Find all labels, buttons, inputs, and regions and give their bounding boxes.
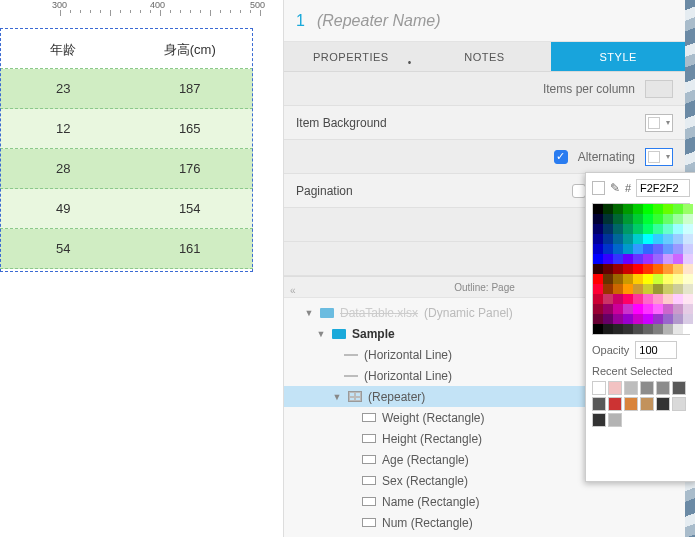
palette-swatch[interactable] <box>683 234 693 244</box>
chevron-down-icon[interactable]: ▼ <box>304 308 314 318</box>
recent-swatch[interactable] <box>656 397 670 411</box>
palette-swatch[interactable] <box>593 254 603 264</box>
palette-swatch[interactable] <box>613 264 623 274</box>
palette-swatch[interactable] <box>673 274 683 284</box>
palette-swatch[interactable] <box>633 304 643 314</box>
widget-name-field[interactable]: (Repeater Name) <box>317 12 441 30</box>
palette-swatch[interactable] <box>663 254 673 264</box>
palette-swatch[interactable] <box>623 324 633 334</box>
palette-swatch[interactable] <box>663 304 673 314</box>
canvas[interactable]: 300 400 500 年龄 身高(cm) 23 187 12 165 28 1… <box>0 0 275 537</box>
palette-swatch[interactable] <box>613 284 623 294</box>
palette-swatch[interactable] <box>643 254 653 264</box>
palette-swatch[interactable] <box>653 274 663 284</box>
palette-swatch[interactable] <box>633 244 643 254</box>
recent-swatch[interactable] <box>624 381 638 395</box>
palette-swatch[interactable] <box>643 264 653 274</box>
palette-swatch[interactable] <box>673 324 683 334</box>
tab-style[interactable]: STYLE <box>551 42 685 71</box>
palette-swatch[interactable] <box>673 214 683 224</box>
palette-swatch[interactable] <box>613 274 623 284</box>
palette-swatch[interactable] <box>653 234 663 244</box>
palette-swatch[interactable] <box>653 294 663 304</box>
palette-swatch[interactable] <box>663 264 673 274</box>
recent-swatch[interactable] <box>672 381 686 395</box>
multiple-pages-checkbox[interactable] <box>572 184 586 198</box>
palette-swatch[interactable] <box>593 284 603 294</box>
recent-swatch[interactable] <box>592 397 606 411</box>
palette-swatch[interactable] <box>613 314 623 324</box>
opacity-input[interactable] <box>635 341 677 359</box>
palette-swatch[interactable] <box>653 284 663 294</box>
palette-swatch[interactable] <box>643 244 653 254</box>
palette-swatch[interactable] <box>593 294 603 304</box>
palette-swatch[interactable] <box>663 274 673 284</box>
palette-swatch[interactable] <box>613 204 623 214</box>
eyedropper-icon[interactable]: ✎ <box>610 181 620 195</box>
recent-swatch[interactable] <box>608 413 622 427</box>
palette-swatch[interactable] <box>673 204 683 214</box>
palette-swatch[interactable] <box>603 324 613 334</box>
palette-swatch[interactable] <box>603 314 613 324</box>
palette-swatch[interactable] <box>623 274 633 284</box>
palette-swatch[interactable] <box>613 234 623 244</box>
recent-swatch[interactable] <box>624 397 638 411</box>
color-picker-popover[interactable]: ✎ # Opacity Recent Selected <box>585 172 695 482</box>
palette-swatch[interactable] <box>613 324 623 334</box>
palette-swatch[interactable] <box>683 244 693 254</box>
palette-swatch[interactable] <box>593 224 603 234</box>
palette-swatch[interactable] <box>603 294 613 304</box>
palette-swatch[interactable] <box>683 314 693 324</box>
palette-swatch[interactable] <box>593 274 603 284</box>
current-color-swatch[interactable] <box>592 181 605 195</box>
palette-swatch[interactable] <box>663 214 673 224</box>
items-per-column-input[interactable] <box>645 80 673 98</box>
chevron-down-icon[interactable]: ▼ <box>316 329 326 339</box>
palette-swatch[interactable] <box>643 304 653 314</box>
tab-notes[interactable]: NOTES <box>418 42 552 71</box>
palette-swatch[interactable] <box>683 224 693 234</box>
palette-swatch[interactable] <box>623 314 633 324</box>
palette-swatch[interactable] <box>673 284 683 294</box>
palette-swatch[interactable] <box>663 204 673 214</box>
palette-swatch[interactable] <box>623 304 633 314</box>
recent-swatch[interactable] <box>640 381 654 395</box>
tree-item-num[interactable]: Num (Rectangle) <box>284 512 685 533</box>
palette-swatch[interactable] <box>683 284 693 294</box>
palette-swatch[interactable] <box>653 244 663 254</box>
recent-swatch[interactable] <box>640 397 654 411</box>
palette-swatch[interactable] <box>663 234 673 244</box>
palette-swatch[interactable] <box>603 304 613 314</box>
palette-swatch[interactable] <box>673 234 683 244</box>
palette-swatch[interactable] <box>663 284 673 294</box>
palette-swatch[interactable] <box>643 284 653 294</box>
palette-swatch[interactable] <box>633 314 643 324</box>
palette-swatch[interactable] <box>663 324 673 334</box>
palette-swatch[interactable] <box>683 274 693 284</box>
alternating-checkbox[interactable] <box>554 150 568 164</box>
palette-swatch[interactable] <box>603 234 613 244</box>
palette-swatch[interactable] <box>673 314 683 324</box>
palette-swatch[interactable] <box>643 204 653 214</box>
palette-swatch[interactable] <box>623 294 633 304</box>
palette-swatch[interactable] <box>623 264 633 274</box>
palette-swatch[interactable] <box>593 214 603 224</box>
palette-swatch[interactable] <box>623 244 633 254</box>
palette-swatch[interactable] <box>653 324 663 334</box>
tab-properties[interactable]: PROPERTIES • <box>284 42 418 71</box>
palette-swatch[interactable] <box>603 284 613 294</box>
palette-swatch[interactable] <box>643 224 653 234</box>
palette-swatch[interactable] <box>663 244 673 254</box>
palette-swatch[interactable] <box>633 204 643 214</box>
palette-swatch[interactable] <box>613 294 623 304</box>
recent-swatch[interactable] <box>672 397 686 411</box>
palette-swatch[interactable] <box>623 204 633 214</box>
tree-item-name[interactable]: Name (Rectangle) <box>284 491 685 512</box>
palette-swatch[interactable] <box>593 314 603 324</box>
recent-swatch[interactable] <box>608 397 622 411</box>
recent-swatch[interactable] <box>592 413 606 427</box>
palette-swatch[interactable] <box>653 254 663 264</box>
color-palette-grid[interactable] <box>592 203 690 335</box>
palette-swatch[interactable] <box>673 254 683 264</box>
palette-swatch[interactable] <box>593 204 603 214</box>
